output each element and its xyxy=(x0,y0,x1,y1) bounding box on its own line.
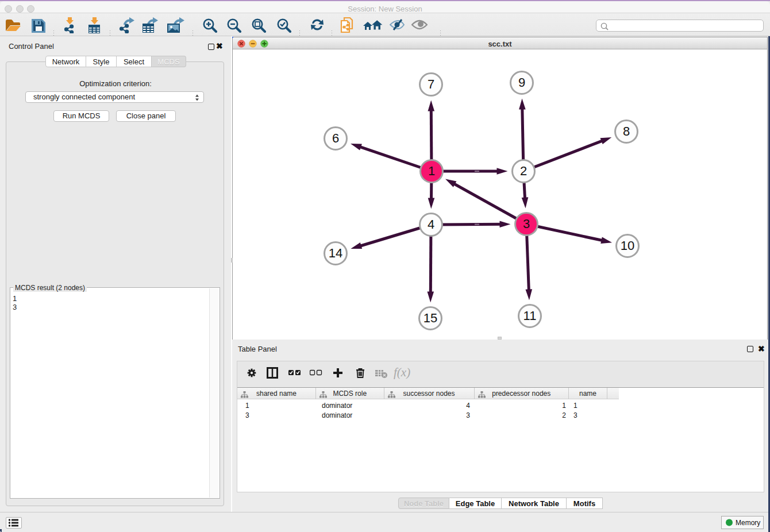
svg-text:f(x): f(x) xyxy=(394,366,410,379)
svg-text:2: 2 xyxy=(520,164,527,178)
svg-text:10: 10 xyxy=(621,238,634,253)
svg-text:8: 8 xyxy=(623,124,630,138)
svg-text:6: 6 xyxy=(332,131,339,145)
svg-text:4: 4 xyxy=(428,217,434,232)
svg-text:9: 9 xyxy=(518,75,525,90)
svg-text:15: 15 xyxy=(424,311,437,325)
svg-text:14: 14 xyxy=(329,246,342,260)
svg-text:11: 11 xyxy=(523,309,537,323)
svg-text:7: 7 xyxy=(428,77,434,91)
svg-text:1: 1 xyxy=(428,164,435,178)
svg-text:3: 3 xyxy=(523,217,530,231)
svg-text:Memory: Memory xyxy=(736,519,760,527)
